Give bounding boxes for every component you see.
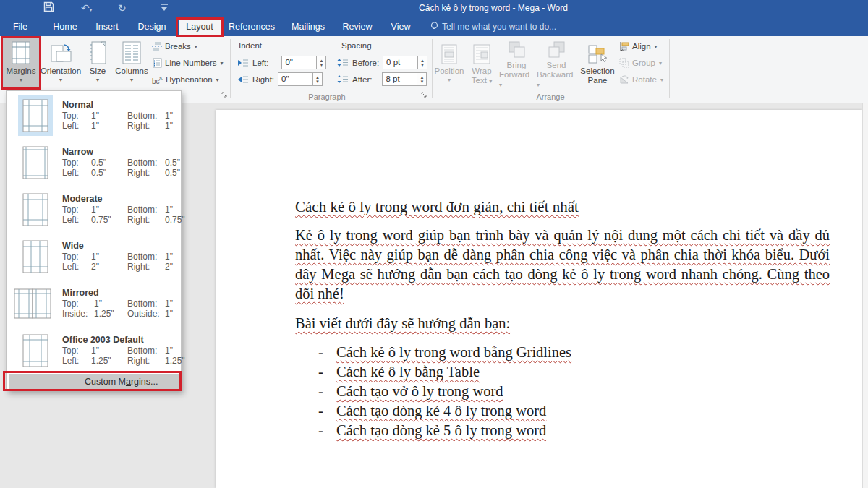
group-caret-icon: ▾	[659, 60, 662, 67]
rotate-button[interactable]: Rotate ▾	[619, 74, 663, 85]
spacing-after-label: After:	[352, 75, 372, 84]
tab-design[interactable]: Design	[138, 17, 166, 36]
group-separator	[669, 39, 670, 98]
size-label: Size	[90, 67, 106, 76]
indent-header: Indent	[239, 41, 262, 50]
indent-left-icon	[237, 59, 249, 67]
spacing-after-icon	[337, 74, 349, 84]
align-label: Align	[632, 42, 651, 51]
margins-option-normal[interactable]: Normal Top:1" Bottom:1" Left:1" Right:1"	[7, 93, 181, 138]
line-numbers-caret-icon: ▾	[221, 60, 224, 67]
send-backward-button[interactable]: Send Backward ▾	[537, 38, 576, 89]
indent-left-spinner[interactable]: ▲▼	[316, 56, 326, 69]
paragraph-group-label: Paragraph	[308, 93, 345, 101]
tab-references[interactable]: References	[229, 17, 275, 36]
window-title: Cách kẻ ô ly trong word - Mega - Word	[419, 3, 568, 13]
breaks-button[interactable]: Breaks ▾	[152, 40, 197, 52]
tab-insert[interactable]: Insert	[95, 17, 118, 36]
position-button[interactable]: Position ▾	[434, 38, 464, 89]
margins-option-wide[interactable]: Wide Top:1" Bottom:1" Left:2" Right:2"	[7, 234, 181, 279]
document-page[interactable]: Cách kẻ ô ly trong word đơn giản, chi ti…	[216, 110, 862, 488]
hyphenation-icon: bca-	[152, 75, 163, 85]
margins-label: Margins	[7, 67, 36, 76]
bring-forward-button[interactable]: Bring Forward ▾	[499, 38, 534, 89]
tab-file[interactable]: File	[13, 17, 27, 36]
hyphenation-caret-icon: ▾	[216, 77, 219, 83]
list-item: -Cách tạo dòng kẻ 5 ô ly trong word	[318, 422, 571, 442]
orientation-button[interactable]: Orientation ▾	[42, 38, 80, 89]
indent-right-icon	[237, 75, 249, 84]
margins-option-mirrored[interactable]: Mirrored Top:1" Bottom:1" Inside:1.25" O…	[7, 281, 181, 326]
columns-button[interactable]: Columns ▾	[114, 38, 149, 89]
list-item: -Cách tạo dòng kẻ 4 ô ly trong word	[318, 403, 571, 422]
margins-icon	[12, 38, 30, 64]
group-separator	[230, 39, 231, 98]
tab-layout[interactable]: Layout	[186, 17, 213, 36]
margin-preset-mirrored-icon	[12, 283, 53, 324]
hyphenation-button[interactable]: bca- Hyphenation ▾	[152, 74, 219, 85]
indent-left-label: Left:	[252, 59, 268, 67]
group-button[interactable]: Group ▾	[619, 57, 662, 69]
group-label: Group	[632, 59, 655, 67]
wrap-text-icon	[473, 38, 490, 64]
save-icon[interactable]	[43, 1, 54, 12]
spacing-before-spinner[interactable]: ▲▼	[417, 56, 427, 69]
tab-review[interactable]: Review	[343, 17, 373, 36]
indent-left-row: Left: 0"▲▼	[237, 56, 326, 69]
list-item: -Cách tạo vở ô ly trong word	[318, 383, 571, 403]
group-separator	[432, 39, 433, 98]
svg-text:bc: bc	[152, 77, 160, 85]
position-caret-icon: ▾	[448, 77, 451, 82]
margin-preset-wide-icon	[18, 236, 53, 277]
group-icon	[619, 58, 629, 68]
align-button[interactable]: Align ▾	[619, 40, 658, 52]
spacing-before-icon	[337, 58, 349, 67]
columns-caret-icon: ▾	[130, 77, 133, 82]
indent-right-spinner[interactable]: ▲▼	[312, 73, 322, 85]
indent-right-input[interactable]: 0"▲▼	[278, 72, 323, 86]
tab-mailings[interactable]: Mailings	[292, 17, 325, 36]
wrap-text-label-1: Wrap	[472, 67, 491, 76]
custom-margins-menu-item[interactable]: Custom Margins...	[9, 374, 180, 390]
tab-home[interactable]: Home	[53, 17, 77, 36]
tell-me-box[interactable]: Tell me what you want to do...	[430, 17, 556, 36]
selection-pane-label-1: Selection	[580, 67, 614, 76]
bring-forward-label-1: Bring	[507, 61, 527, 70]
breaks-caret-icon: ▾	[195, 43, 197, 50]
align-caret-icon: ▾	[655, 43, 658, 50]
list-item: -Cách kẻ ô ly trong word bằng Gridlines	[318, 344, 571, 364]
position-label: Position	[435, 67, 464, 76]
qat-customize-icon[interactable]	[161, 4, 168, 12]
spacing-after-row: After: 8 pt▲▼	[337, 72, 427, 86]
list-item: -Cách kẻ ô ly bằng Table	[318, 364, 571, 383]
wrap-text-button[interactable]: Wrap Text ▾	[466, 38, 498, 89]
selection-pane-button[interactable]: Selection Pane	[579, 38, 616, 89]
tab-view[interactable]: View	[391, 17, 411, 36]
margin-preset-office-2003-icon	[18, 330, 53, 371]
rotate-caret-icon: ▾	[660, 77, 663, 83]
orientation-label: Orientation	[41, 67, 81, 76]
spacing-before-row: Before: 0 pt▲▼	[337, 56, 427, 69]
margins-dropdown-menu: Normal Top:1" Bottom:1" Left:1" Right:1"…	[6, 90, 182, 391]
selection-pane-icon	[587, 38, 608, 64]
indent-left-input[interactable]: 0"▲▼	[281, 56, 326, 69]
spacing-after-spinner[interactable]: ▲▼	[417, 73, 426, 85]
margins-option-moderate[interactable]: Moderate Top:1" Bottom:1" Left:0.75" Rig…	[7, 187, 181, 232]
page-setup-dialog-launcher-icon[interactable]	[221, 92, 228, 98]
spacing-after-input[interactable]: 8 pt▲▼	[382, 72, 427, 86]
paragraph-dialog-launcher-icon[interactable]	[421, 92, 427, 98]
spacing-before-input[interactable]: 0 pt▲▼	[383, 56, 427, 69]
margins-option-office-2003-default[interactable]: Office 2003 Default Top:1" Bottom:1" Lef…	[7, 328, 181, 373]
margin-preset-narrow-icon	[18, 142, 53, 183]
breaks-label: Breaks	[165, 42, 191, 51]
size-caret-icon: ▾	[96, 77, 99, 82]
redo-icon[interactable]: ↻	[118, 2, 127, 14]
margins-option-narrow[interactable]: Narrow Top:0.5" Bottom:0.5" Left:0.5" Ri…	[7, 140, 181, 185]
undo-icon[interactable]: ↶▾	[81, 2, 92, 16]
margins-button[interactable]: Margins ▾	[1, 38, 41, 89]
indent-right-label: Right:	[252, 75, 274, 84]
word-window: ↶▾ ↻ Cách kẻ ô ly trong word - Mega - Wo…	[0, 0, 868, 488]
vertical-scrollbar[interactable]	[862, 103, 868, 488]
size-button[interactable]: Size ▾	[81, 38, 114, 89]
line-numbers-button[interactable]: Line Numbers ▾	[152, 57, 224, 69]
